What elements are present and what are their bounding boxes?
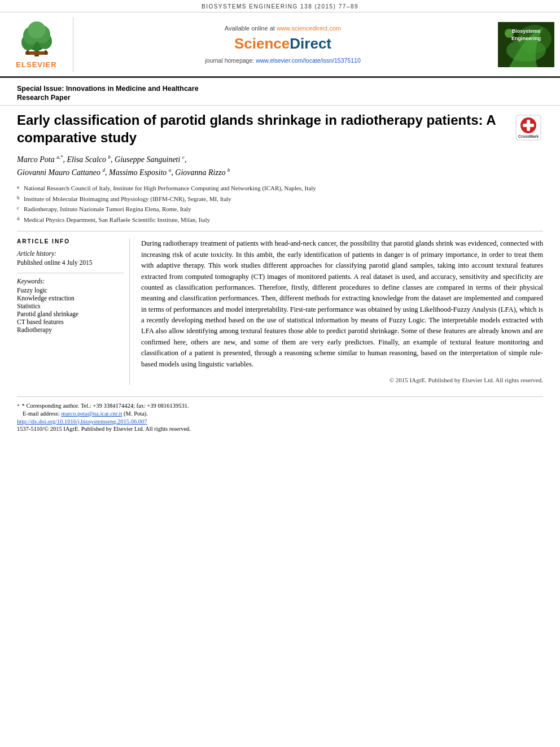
- doi-link[interactable]: http://dx.doi.org/10.1016/j.biosystemsen…: [17, 418, 543, 425]
- sciencedirect-url[interactable]: www.sciencedirect.com: [277, 25, 341, 32]
- title-section: Early classification of parotid glands s…: [17, 111, 543, 146]
- tel-fax: Tel.: +39 3384174424; fax: +39 081613953…: [81, 403, 189, 409]
- abstract-text: During radiotherapy treatment of patient…: [141, 238, 543, 370]
- journal-header-bar: Biosystems Engineering 138 (2015) 77–89: [0, 0, 560, 12]
- article-info-column: Article Info Article history: Published …: [17, 238, 130, 385]
- footnote-email: E-mail address: marco.pota@na.icar.cnr.i…: [23, 410, 543, 417]
- affil-c: c Radiotherapy, Istituto Nazionale Tumor…: [17, 204, 543, 214]
- keywords-label: Keywords:: [17, 278, 124, 285]
- authors-section: Marco Pota a,*, Elisa Scalco b, Giuseppe…: [17, 153, 543, 179]
- affil-text-c: Radiotherapy, Istituto Nazionale Tumori …: [24, 204, 191, 214]
- affil-b: b Institute of Molecular Bioimaging and …: [17, 194, 543, 204]
- author-giovanna: Giovanna Rizzo b: [175, 168, 230, 177]
- svg-rect-9: [27, 50, 29, 55]
- sd-direct-text: Direct: [290, 35, 331, 52]
- affil-text-d: Medical Physics Department, San Raffaele…: [24, 215, 210, 225]
- article-history: Article history: Published online 4 July…: [17, 250, 124, 266]
- author-massimo: Massimo Esposito a: [109, 168, 171, 177]
- article-title: Early classification of parotid glands s…: [17, 111, 506, 146]
- svg-rect-18: [523, 124, 534, 127]
- abstract-column: During radiotherapy treatment of patient…: [141, 238, 543, 385]
- crossmark-badge[interactable]: CrossMark: [515, 114, 543, 143]
- affil-sup-b: b: [17, 194, 23, 204]
- doi-url[interactable]: http://dx.doi.org/10.1016/j.biosystemsen…: [17, 418, 147, 425]
- journal-header: ELSEVIER Available online at www.science…: [0, 12, 560, 78]
- crossmark-icon: CrossMark: [515, 114, 542, 141]
- author-giuseppe: Giuseppe Sanguineti c: [115, 155, 185, 164]
- affiliations-section: a National Research Council of Italy, In…: [17, 184, 543, 231]
- divider-1: [17, 273, 124, 273]
- affil-sup-d: d: [17, 215, 23, 225]
- biosystems-logo-text: Biosystems Engineering: [501, 25, 552, 45]
- keyword-fuzzy-logic: Fuzzy logic: [17, 287, 124, 294]
- copyright-line: © 2015 IAgrE. Published by Elsevier Ltd.…: [141, 375, 543, 385]
- published-online: Published online 4 July 2015: [17, 259, 124, 266]
- author-marco: Marco Pota a,*: [17, 155, 63, 164]
- history-label: Article history:: [17, 250, 124, 257]
- affil-text-b: Institute of Molecular Bioimaging and Ph…: [24, 194, 231, 204]
- email-link[interactable]: marco.pota@na.icar.cnr.it: [61, 410, 122, 417]
- keyword-radiotherapy: Radiotherapy: [17, 326, 124, 333]
- special-issue-label: Special Issue: Innovations in Medicine a…: [17, 85, 543, 93]
- affil-a: a National Research Council of Italy, In…: [17, 184, 543, 193]
- email-person: (M. Pota).: [124, 410, 148, 417]
- author-elisa: Elisa Scalco b: [67, 155, 111, 164]
- keywords-section: Keywords: Fuzzy logic Knowledge extracti…: [17, 278, 124, 333]
- corresponding-label: * Corresponding author.: [22, 403, 80, 409]
- elsevier-brand-text: ELSEVIER: [16, 60, 56, 69]
- available-online-text: Available online at www.sciencedirect.co…: [225, 25, 341, 32]
- sciencedirect-logo: ScienceDirect: [234, 35, 331, 53]
- keyword-knowledge-extraction: Knowledge extraction: [17, 295, 124, 302]
- affil-text-a: National Research Council of Italy, Inst…: [24, 184, 316, 193]
- elsevier-logo-section: ELSEVIER: [0, 17, 73, 72]
- keyword-parotid-shrinkage: Parotid gland shrinkage: [17, 311, 124, 317]
- footer-issn: 1537-5110/© 2015 IAgrE. Published by Els…: [17, 426, 543, 432]
- two-column-section: Article Info Article history: Published …: [17, 238, 543, 385]
- journal-homepage-url[interactable]: www.elsevier.com/locate/issn/15375110: [256, 57, 361, 64]
- journal-name: Biosystems Engineering 138 (2015) 77–89: [202, 3, 358, 10]
- email-label: E-mail address:: [23, 410, 60, 417]
- sd-science-text: Science: [234, 35, 290, 52]
- keyword-statistics: Statistics: [17, 303, 124, 309]
- journal-homepage: journal homepage: www.elsevier.com/locat…: [205, 57, 361, 64]
- svg-rect-10: [45, 50, 47, 55]
- svg-text:CrossMark: CrossMark: [518, 134, 539, 138]
- biosystems-logo-box: Biosystems Engineering: [498, 22, 554, 67]
- keyword-ct-features: CT based features: [17, 318, 124, 325]
- research-paper-label: Research Paper: [17, 94, 543, 102]
- footnote-corresponding: * * Corresponding author. Tel.: +39 3384…: [17, 403, 543, 409]
- special-issue-section: Special Issue: Innovations in Medicine a…: [0, 78, 560, 106]
- main-content: Early classification of parotid glands s…: [0, 106, 560, 396]
- sciencedirect-section: Available online at www.sciencedirect.co…: [73, 17, 492, 72]
- affil-d: d Medical Physics Department, San Raffae…: [17, 215, 543, 225]
- affil-sup-a: a: [17, 184, 23, 193]
- footnote-star-icon: *: [17, 403, 20, 409]
- elsevier-tree-icon: [14, 20, 59, 58]
- svg-point-7: [28, 21, 46, 38]
- biosystems-logo-section: Biosystems Engineering: [492, 17, 560, 72]
- bottom-footer: * * Corresponding author. Tel.: +39 3384…: [17, 396, 543, 438]
- author-giovanni: Giovanni Mauro Cattaneo d: [17, 168, 105, 177]
- article-info-heading: Article Info: [17, 238, 124, 244]
- affil-sup-c: c: [17, 204, 23, 214]
